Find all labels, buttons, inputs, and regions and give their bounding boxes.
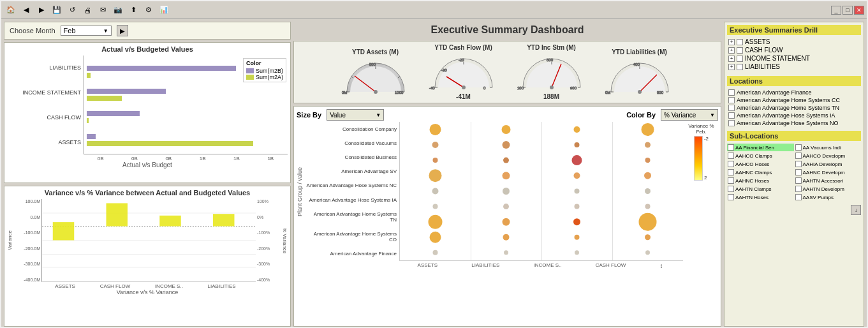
month-go-button[interactable]: ▶ <box>117 25 128 36</box>
gauges-panel: YTD Assets (M) <box>293 41 721 103</box>
subloc-aahnc-clamps[interactable]: AAHNC Clamps <box>727 168 794 176</box>
loc-check-aahsia[interactable] <box>728 112 735 119</box>
subloc-check-aahnc-h[interactable] <box>728 177 734 184</box>
location-aaf[interactable]: American Advantage Finance <box>727 89 861 96</box>
loc-check-aahscc[interactable] <box>728 97 735 103</box>
minimize-button[interactable]: _ <box>831 6 841 15</box>
subloc-aahtn-clamps[interactable]: AAHTN Clamps <box>727 185 794 193</box>
svg-point-49 <box>503 141 510 149</box>
subloc-aahtn-accessor[interactable]: AAHTN Accessori <box>795 177 862 184</box>
location-aahsno[interactable]: American Advantage Hose Systems NO <box>727 119 861 127</box>
maximize-button[interactable]: □ <box>842 6 853 15</box>
subloc-check-aahco-h[interactable] <box>728 161 734 167</box>
subloc-check-aasv[interactable] <box>795 194 802 200</box>
gauge-ytd-cashflow: YTD Cash Flow (M) -40 -20 0 -30 <box>422 44 505 100</box>
tree-check-assets[interactable] <box>737 39 743 45</box>
back-icon[interactable]: ◀ <box>19 3 33 17</box>
month-dropdown[interactable]: Feb ▼ <box>61 26 112 36</box>
subloc-check-aav[interactable] <box>795 144 802 151</box>
gauge-assets-title: YTD Assets (M) <box>352 48 399 56</box>
bubble-row-labels: Consolidation Company Consolidated Vacuu… <box>305 122 400 261</box>
close-button[interactable]: ✕ <box>854 6 864 15</box>
sort-icon[interactable]: ↕ <box>659 262 663 269</box>
svg-text:-20: -20 <box>459 58 464 62</box>
location-aahsia[interactable]: American Advantage Hose Systems IA <box>727 112 861 119</box>
subloc-aahnc-hoses[interactable]: AAHNC Hoses <box>727 177 794 184</box>
tree-item-income[interactable]: + INCOME STATEMENT <box>727 54 861 63</box>
gauge-liabilities-svg: 0M 400 800 <box>605 57 675 96</box>
svg-point-45 <box>502 125 511 134</box>
loc-check-aahsno[interactable] <box>728 120 735 126</box>
subloc-check-aahnc-d[interactable] <box>795 169 802 175</box>
subloc-aa-vacuums[interactable]: AA Vacuums Indi <box>795 144 862 151</box>
subloc-check-aahnc-c[interactable] <box>728 169 734 175</box>
svg-point-56 <box>429 169 442 182</box>
color-scale-title: Variance % Feb. <box>686 123 717 135</box>
svg-point-74 <box>575 235 580 240</box>
subloc-aahtn-hoses[interactable]: AAHTN Hoses <box>727 193 794 201</box>
tree-expand-liabilities[interactable]: + <box>728 64 735 70</box>
subloc-check-aahia-d[interactable] <box>795 161 802 167</box>
camera-icon[interactable]: 📷 <box>111 3 125 17</box>
row-label-4: American Advantage Hose Systems NC <box>305 183 397 188</box>
color-by-label: Color By <box>626 111 656 119</box>
chart-icon[interactable]: 📊 <box>157 3 171 17</box>
tree-check-income[interactable] <box>737 56 743 62</box>
tree-check-cashflow[interactable] <box>737 47 743 54</box>
tree-expand-assets[interactable]: + <box>728 39 735 45</box>
tree-check-liabilities[interactable] <box>737 64 743 70</box>
tree-item-cashflow[interactable]: + CASH FLOW <box>727 46 861 54</box>
subloc-check-aaf[interactable] <box>728 144 734 151</box>
svg-text:500: 500 <box>369 63 376 66</box>
loc-check-aaf[interactable] <box>728 89 735 96</box>
location-aahstn[interactable]: American Advantage Home Systems TN <box>727 104 861 112</box>
legend-item-sum2a: Sum(m2A) <box>246 74 283 80</box>
loc-label-aahscc: American Advantage Home Systems CC <box>737 97 840 103</box>
save-icon[interactable]: 💾 <box>50 3 64 17</box>
bar-label-income: INCOME STATEMENT <box>7 89 81 96</box>
forward-icon[interactable]: ▶ <box>34 3 48 17</box>
subloc-aahco-hoses[interactable]: AAHCO Hoses <box>727 160 794 168</box>
tree-expand-cashflow[interactable]: + <box>728 47 735 54</box>
subloc-check-aahtn-h[interactable] <box>728 194 734 200</box>
print-icon[interactable]: 🖨 <box>80 3 94 17</box>
location-aahscc[interactable]: American Advantage Home Systems CC <box>727 96 861 104</box>
svg-text:-30: -30 <box>441 68 447 72</box>
svg-point-72 <box>430 232 441 243</box>
svg-point-79 <box>645 250 650 255</box>
upload-icon[interactable]: ⬆ <box>126 3 140 17</box>
subloc-aahia-develop[interactable]: AAHIA Developm <box>795 160 862 168</box>
subloc-aasv-pumps[interactable]: AASV Pumps <box>795 193 862 201</box>
subloc-aa-financial[interactable]: AA Financial Sen <box>727 144 794 151</box>
color-by-dropdown[interactable]: % Variance ▼ <box>661 109 718 121</box>
subloc-aahnc-develop[interactable]: AAHNC Developm <box>795 168 862 176</box>
subloc-aahtn-develop[interactable]: AAHTN Developm <box>795 185 862 193</box>
subloc-check-aahtn-d[interactable] <box>795 186 802 192</box>
subloc-check-aahco-d[interactable] <box>795 153 802 159</box>
gauge-incstm-title: YTD Inc Stm (M) <box>527 44 576 51</box>
tree-item-assets[interactable]: + ASSETS <box>727 38 861 46</box>
loc-check-aahstn[interactable] <box>728 105 735 111</box>
refresh-icon[interactable]: ↺ <box>65 3 79 17</box>
subloc-aahco-clamps[interactable]: AAHCO Clamps <box>727 152 794 160</box>
svg-text:400: 400 <box>633 63 640 66</box>
size-by-dropdown[interactable]: Value ▼ <box>327 109 384 121</box>
tree-item-liabilities[interactable]: + LIABILITIES <box>727 63 861 71</box>
svg-text:500: 500 <box>547 58 554 62</box>
subloc-check-aahtn-a[interactable] <box>795 177 802 184</box>
svg-point-47 <box>642 123 654 136</box>
tree-label-assets: ASSETS <box>745 38 770 45</box>
tree-expand-income[interactable]: + <box>728 56 735 62</box>
subloc-check-aahtn-c[interactable] <box>728 186 734 192</box>
svg-point-77 <box>504 250 508 255</box>
email-icon[interactable]: ✉ <box>96 3 110 17</box>
row-label-2: Consolidated Business <box>305 154 397 160</box>
scroll-down-button[interactable]: ↓ <box>851 205 861 215</box>
subloc-aahco-develop[interactable]: AAHCO Developm <box>795 152 862 160</box>
subloc-check-aahco-c[interactable] <box>728 153 734 159</box>
bar-label-assets: ASSETS <box>7 139 81 145</box>
settings-icon[interactable]: ⚙ <box>142 3 156 17</box>
home-icon[interactable]: 🏠 <box>4 3 18 17</box>
left-panel: Choose Month Feb ▼ ▶ Actual v/s Budgeted… <box>4 22 291 327</box>
bar-chart-panel: Actual v/s Budgeted Values LIABILITIES I… <box>4 42 291 183</box>
